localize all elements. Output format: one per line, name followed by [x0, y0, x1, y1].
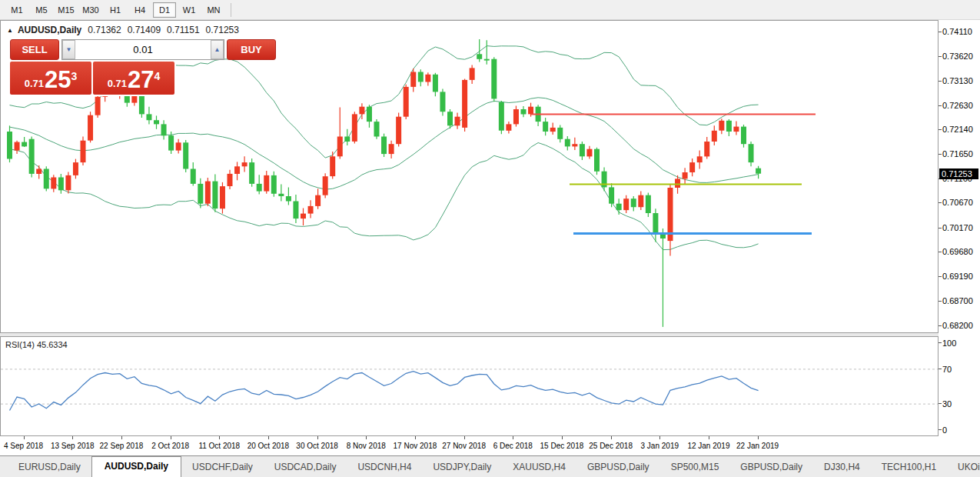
date-axis-tick [171, 436, 171, 439]
chart-tab-eurusd[interactable]: EURUSD,Daily [8, 458, 91, 477]
candle-body [58, 178, 64, 191]
one-click-trading-panel: SELL ▼ ▲ BUY 0.71 25 3 0.71 [8, 38, 176, 96]
date-axis-label: 15 Dec 2018 [540, 442, 584, 450]
candle-body [653, 213, 658, 234]
chart-tab-usdchf[interactable]: USDCHF,Daily [181, 458, 264, 477]
date-axis-tick [513, 436, 513, 439]
volume-decrease-button[interactable]: ▼ [62, 40, 75, 59]
price-axis-label: 0.69190 [942, 272, 973, 281]
rsi-chart[interactable] [1, 337, 938, 435]
candle-body [168, 135, 174, 150]
candle-body [286, 196, 291, 202]
candle-body [733, 127, 739, 132]
down-arrow-icon: ▼ [66, 46, 72, 53]
candle-body [521, 109, 527, 115]
chart-tab-ukoil[interactable]: UKOil,H1 [947, 458, 980, 477]
rsi-axis-label: 30 [942, 399, 952, 409]
candle-body [433, 75, 438, 92]
chart-tabbar: EURUSD,DailyAUDUSD,DailyUSDCHF,DailyUSDC… [0, 455, 980, 477]
mt4-window: M1M5M15M30H1H4D1W1MN ▲ AUDUSD,Daily 0.71… [0, 0, 980, 477]
volume-input[interactable] [75, 40, 211, 59]
timeframe-button-m30[interactable]: M30 [79, 2, 102, 18]
price-axis-label: 0.68700 [942, 296, 973, 305]
timeframe-button-w1[interactable]: W1 [178, 2, 201, 18]
candle-body [249, 162, 254, 184]
candle-body [749, 144, 754, 162]
candle-body [337, 137, 343, 157]
candle-body [447, 112, 453, 125]
sell-price-prefix: 0.71 [25, 78, 44, 89]
timeframe-button-m1[interactable]: M1 [5, 2, 28, 18]
price-axis-label: 0.70170 [942, 223, 973, 232]
chart-tab-gbpusd[interactable]: GBPUSD,Daily [576, 458, 660, 477]
candle-body [726, 121, 732, 132]
date-axis-label: 8 Nov 2018 [347, 442, 386, 450]
date-axis-label: 6 Dec 2018 [493, 442, 533, 450]
candle-body [440, 92, 445, 112]
candle-body [381, 137, 387, 155]
chart-tab-gbpusd[interactable]: GBPUSD,Daily [729, 458, 813, 477]
chart-tab-audusd[interactable]: AUDUSD,Daily [91, 456, 181, 477]
timeframe-button-h1[interactable]: H1 [104, 2, 127, 18]
timeframe-buttons: M1M5M15M30H1H4D1W1MN [5, 2, 226, 18]
candle-body [683, 172, 688, 178]
candle-body [418, 72, 424, 82]
buy-price-pip: 4 [154, 70, 161, 82]
price-axis-tick [938, 81, 942, 82]
candle-body [594, 149, 600, 172]
candle-body [220, 186, 225, 208]
candle-body [623, 198, 629, 210]
candle-body [410, 72, 416, 87]
main-chart-pane[interactable]: ▲ AUDUSD,Daily 0.71362 0.71409 0.71151 0… [0, 20, 938, 333]
chart-tab-sp500[interactable]: SP500,M15 [660, 458, 730, 477]
volume-increase-button[interactable]: ▲ [211, 40, 224, 59]
candle-body [242, 162, 247, 166]
candle-body [470, 68, 475, 80]
date-axis-tick [758, 436, 759, 439]
chart-tab-xauusd[interactable]: XAUUSD,H4 [502, 458, 576, 477]
chart-tab-usdcad[interactable]: USDCAD,Daily [264, 458, 347, 477]
chart-tab-usdjpy[interactable]: USDJPY,Daily [422, 458, 502, 477]
timeframe-button-d1[interactable]: D1 [153, 2, 176, 18]
sell-button[interactable]: SELL [10, 39, 59, 60]
timeframe-button-m15[interactable]: M15 [55, 2, 78, 18]
candle-body [499, 102, 504, 131]
price-axis-tick [938, 32, 942, 32]
buy-price-button[interactable]: 0.71 27 4 [93, 62, 174, 95]
price-axis-tick [938, 252, 942, 252]
rsi-axis-tick [938, 342, 942, 343]
date-axis-label: 12 Jan 2019 [687, 442, 729, 450]
candle-body [455, 117, 460, 126]
up-arrow-icon: ▲ [214, 46, 221, 53]
timeframe-toolbar: M1M5M15M30H1H4D1W1MN [0, 0, 980, 20]
candle-body [367, 107, 372, 122]
price-axis[interactable]: 0.741100.736200.731300.726300.721400.716… [938, 20, 980, 436]
candle-body [73, 162, 78, 175]
date-axis-tick [562, 436, 563, 439]
chart-tab-dj30[interactable]: DJ30,H4 [813, 458, 871, 477]
rsi-axis-label: 70 [942, 365, 952, 374]
date-axis-tick [219, 436, 220, 439]
ohlc-high: 0.71409 [128, 25, 161, 35]
candle-body [88, 115, 93, 141]
candle-body [301, 214, 306, 219]
date-axis-label: 22 Sep 2018 [100, 442, 144, 450]
chart-tab-tech100[interactable]: TECH100,H1 [871, 458, 947, 477]
candle-body [146, 114, 151, 120]
buy-button[interactable]: BUY [227, 39, 276, 60]
sell-price-pip: 3 [71, 70, 78, 82]
rsi-indicator-pane[interactable]: RSI(14) 45.6334 [0, 336, 938, 436]
timeframe-button-m5[interactable]: M5 [30, 2, 53, 18]
candle-body [638, 195, 643, 208]
date-axis-tick [611, 436, 612, 439]
candle-body [234, 166, 240, 174]
chart-tab-usdcnh[interactable]: USDCNH,H4 [347, 458, 422, 477]
candle-body [264, 175, 269, 192]
candle-body [198, 184, 203, 204]
timeframe-button-h4[interactable]: H4 [128, 2, 151, 18]
date-axis[interactable]: 4 Sep 201813 Sep 201822 Sep 20182 Oct 20… [0, 436, 980, 455]
toolbar-separator [231, 3, 231, 17]
timeframe-button-mn[interactable]: MN [202, 2, 225, 18]
sell-price-button[interactable]: 0.71 25 3 [10, 62, 91, 95]
candle-body [712, 131, 717, 142]
